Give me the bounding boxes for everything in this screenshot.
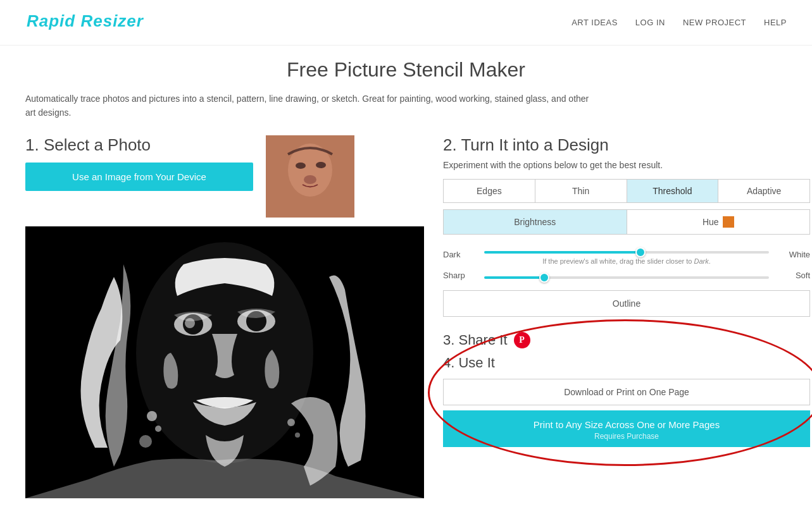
logo-svg: Rapid Resizer (25, 8, 146, 33)
svg-point-5 (304, 175, 316, 184)
svg-point-17 (295, 433, 300, 438)
hue-text: Hue (703, 217, 719, 227)
brightness-slider-row: Dark If the preview's all white, drag th… (443, 245, 810, 265)
step1-left: 1. Select a Photo Use an Image from Your… (25, 135, 253, 191)
download-button[interactable]: Download or Print on One Page (443, 379, 810, 405)
sharp-slider[interactable] (484, 276, 769, 279)
tab-adaptive[interactable]: Adaptive (718, 180, 809, 202)
svg-point-4 (316, 162, 326, 168)
hue-label: Hue (630, 216, 808, 228)
dark-hint-em: Dark (694, 257, 709, 265)
svg-text:Rapid Resizer: Rapid Resizer (27, 11, 144, 30)
nav-new-project[interactable]: NEW PROJECT (683, 18, 746, 27)
step3-header: 3. Share It P (443, 332, 810, 348)
thumbnail-image (266, 135, 354, 218)
main-nav: ART IDEAS LOG IN NEW PROJECT HELP (572, 18, 787, 27)
svg-point-15 (139, 435, 152, 448)
hue-swatch (723, 216, 734, 228)
thumb-svg (266, 135, 354, 218)
stencil-svg (25, 226, 424, 498)
brightness-slider-wrap: If the preview's all white, drag the sli… (484, 245, 769, 265)
sliders-section: Dark If the preview's all white, drag th… (443, 245, 810, 281)
sharp-slider-wrap (484, 270, 769, 281)
step1-top: 1. Select a Photo Use an Image from Your… (25, 135, 424, 218)
outline-button[interactable]: Outline (443, 290, 810, 317)
brightness-slider[interactable] (484, 251, 769, 254)
tab-edges[interactable]: Edges (444, 180, 535, 202)
step4-header: 4. Use It (443, 355, 810, 371)
step2-header: 2. Turn It into a Design (443, 135, 810, 155)
brightness-hint: If the preview's all white, drag the sli… (484, 257, 769, 265)
page-description: Automatically trace photos and pictures … (25, 92, 595, 120)
nav-log-in[interactable]: LOG IN (635, 18, 665, 27)
white-label: White (775, 250, 810, 259)
soft-label: Soft (775, 271, 810, 280)
dark-label: Dark (443, 250, 478, 259)
left-column: 1. Select a Photo Use an Image from Your… (25, 135, 424, 498)
tab-threshold[interactable]: Threshold (627, 180, 719, 202)
experiment-text: Experiment with the options below to get… (443, 160, 810, 170)
svg-point-14 (155, 426, 161, 432)
tab-brightness[interactable]: Brightness (444, 210, 627, 234)
step1-header: 1. Select a Photo (25, 135, 253, 155)
tab-hue[interactable]: Hue (627, 210, 810, 234)
tab-thin[interactable]: Thin (535, 180, 627, 202)
stencil-preview (25, 226, 424, 498)
upload-image-button[interactable]: Use an Image from Your Device (25, 163, 253, 191)
content-area: 1. Select a Photo Use an Image from Your… (25, 135, 787, 498)
right-column: 2. Turn It into a Design Experiment with… (443, 135, 810, 452)
step3-label: 3. Share It (443, 332, 508, 348)
logo[interactable]: Rapid Resizer (25, 8, 146, 37)
header: Rapid Resizer ART IDEAS LOG IN NEW PROJE… (0, 0, 812, 46)
print-size-label: Print to Any Size Across One or More Pag… (534, 419, 720, 430)
main-content: Free Picture Stencil Maker Automatically… (0, 46, 812, 517)
pinterest-icon[interactable]: P (514, 332, 530, 348)
nav-help[interactable]: HELP (764, 18, 787, 27)
brightness-hue-tabs: Brightness Hue (443, 209, 810, 235)
nav-art-ideas[interactable]: ART IDEAS (572, 18, 618, 27)
page-title: Free Picture Stencil Maker (25, 58, 787, 82)
sharp-slider-row: Sharp Soft (443, 270, 810, 281)
steps-3-4-wrapper: 3. Share It P 4. Use It Download or Prin… (443, 327, 810, 452)
print-size-button[interactable]: Print to Any Size Across One or More Pag… (443, 410, 810, 447)
sharp-label: Sharp (443, 271, 478, 280)
print-size-sublabel: Requires Purchase (448, 431, 805, 442)
filter-tabs: Edges Thin Threshold Adaptive (443, 179, 810, 203)
svg-point-3 (296, 163, 306, 169)
svg-point-16 (287, 419, 295, 426)
svg-point-13 (147, 411, 157, 421)
